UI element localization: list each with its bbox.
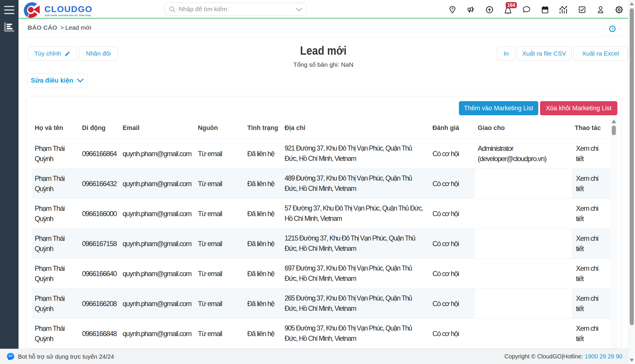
svg-text:?: ? xyxy=(451,7,454,11)
svg-text:CLOUDGO: CLOUDGO xyxy=(44,4,92,14)
svg-text:GIẢI PHÁP CHUYỂN ĐỔI SỐ TINH G: GIẢI PHÁP CHUYỂN ĐỔI SỐ TINH GỌN xyxy=(45,14,91,17)
svg-text:?: ? xyxy=(611,27,614,31)
